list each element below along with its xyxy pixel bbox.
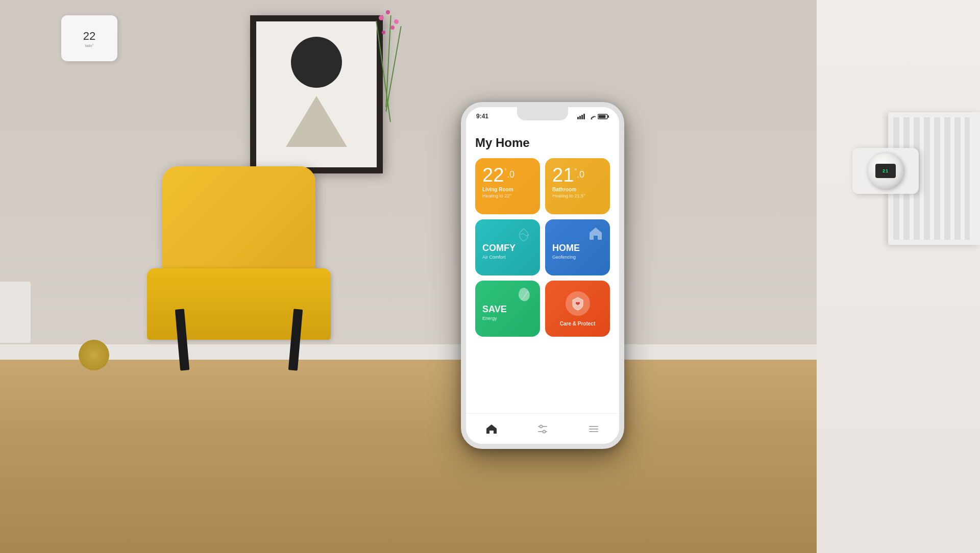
nav-settings-icon [536,423,549,435]
app-content: My Home 22 ° .0 Living Room Heating to 2… [466,125,619,413]
svg-rect-3 [583,114,585,119]
nav-settings[interactable] [526,419,559,439]
nav-menu[interactable] [577,419,610,439]
yellow-chair [147,166,341,370]
tile-living-room[interactable]: 22 ° .0 Living Room Heating to 22° [475,158,540,214]
phone-nav [466,413,619,444]
bathroom-temp: 21 [552,165,574,185]
energy-leaf-icon [516,286,534,304]
flower-2 [386,10,390,14]
tile-comfy[interactable]: COMFY Air Comfort [475,219,540,275]
svg-point-9 [540,425,543,428]
home-label: HOME [552,243,603,254]
wall-thermostat: 22 tado° [61,15,117,61]
valve-display-text: 21 [883,168,889,173]
tile-bathroom[interactable]: 21 ° .0 Bathroom Heating to 21.5° [545,158,610,214]
bathroom-label: Bathroom [552,187,603,192]
chair-seat [147,268,331,340]
tile-care-protect[interactable]: Care & Protect [545,281,610,337]
temp-display-bathroom: 21 ° .0 [552,165,603,185]
right-wall [817,0,980,553]
svg-point-11 [543,430,546,433]
left-wall-radiator [0,282,31,343]
svg-rect-2 [581,115,583,119]
phone: 9:41 [461,102,624,449]
signal-icon [577,113,585,119]
phone-wrapper: 9:41 [461,102,655,490]
tile-home[interactable]: HOME Geofencing [545,219,610,275]
temp-display-living: 22 ° .0 [482,165,533,185]
svg-rect-6 [599,115,606,118]
svg-rect-1 [579,116,581,119]
art-content [256,21,377,167]
flower-1 [379,15,384,20]
care-protect-icon-bg [566,291,590,316]
save-label: SAVE [482,304,533,315]
thermostat-valve: 21 [852,148,919,194]
home-geofencing-icon [587,225,604,242]
comfy-sublabel: Air Comfort [482,255,533,260]
art-circle [291,37,342,88]
tile-save[interactable]: SAVE Energy [475,281,540,337]
phone-notch [517,107,568,120]
tiles-grid: 22 ° .0 Living Room Heating to 22° 21 [475,158,610,337]
svg-point-4 [591,118,593,120]
svg-rect-7 [608,115,609,118]
status-icons [577,113,609,119]
bathroom-status: Heating to 21.5° [552,193,603,198]
svg-rect-0 [577,117,579,119]
flower-3 [394,19,399,24]
living-room-status: Heating to 22° [482,193,533,198]
air-comfort-icon [513,224,534,245]
save-sublabel: Energy [482,316,533,321]
lamp-base [79,340,109,370]
home-sublabel: Geofencing [552,255,603,260]
bathroom-decimal: .0 [577,169,584,180]
valve-knob: 21 [868,153,903,189]
battery-icon [598,113,609,119]
art-triangle [286,96,347,147]
nav-home[interactable] [475,419,508,439]
nav-home-icon [485,423,498,435]
art-frame [250,15,383,173]
status-time: 9:41 [476,113,488,120]
valve-display: 21 [875,164,896,178]
flower-4 [382,31,385,34]
living-room-decimal: .0 [507,169,514,180]
background: 22 tado° 21 [0,0,980,553]
wall-thermostat-temp: 22 [83,30,95,43]
shield-heart-icon [571,296,585,311]
care-protect-label: Care & Protect [560,321,595,326]
wall-thermostat-display: 22 tado° [83,30,95,47]
wall-thermostat-label: tado° [83,44,95,47]
app-title: My Home [475,132,610,150]
care-protect-content: Care & Protect [560,291,595,326]
nav-menu-icon [587,423,600,435]
phone-screen: 9:41 [466,107,619,444]
living-room-label: Living Room [482,187,533,192]
wifi-icon [587,113,596,119]
flower-5 [390,26,395,30]
living-room-temp: 22 [482,165,504,185]
